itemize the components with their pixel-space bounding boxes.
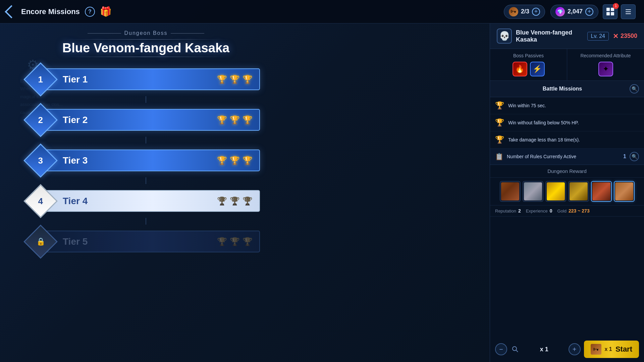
boss-icon: 💀	[497, 28, 512, 44]
tier-1-num: 1	[38, 74, 43, 84]
reward-item-1[interactable]	[500, 181, 521, 202]
trophy-2a: 🏆	[217, 115, 227, 125]
tier-4-num: 4	[38, 196, 43, 206]
qty-value: x 1	[540, 346, 548, 353]
reward-glove-5	[592, 182, 610, 200]
reward-item-6[interactable]	[614, 181, 635, 202]
tier-list: 1 Tier 1 🏆 🏆 🏆 2 Tier 2 🏆 🏆	[7, 68, 285, 252]
mission-row-1: 🏆 Win within 75 sec.	[490, 97, 644, 114]
reward-glove-3	[547, 182, 565, 200]
svg-line-4	[516, 350, 518, 352]
mission-text-3: Take damage less than 18 time(s).	[508, 137, 639, 142]
boss-passives-label: Boss Passives	[495, 53, 562, 58]
rules-count: 1	[623, 154, 626, 160]
experience-value: 0	[550, 208, 552, 214]
grid-button[interactable]: 1	[603, 4, 618, 19]
rules-doc-icon: 📋	[495, 153, 503, 161]
tier-2-body: Tier 2 🏆 🏆 🏆	[45, 109, 260, 131]
battle-missions-header: Battle Missions 🔍	[490, 81, 644, 97]
reputation-label: Reputation	[495, 208, 516, 214]
trophy-3a: 🏆	[217, 156, 227, 165]
reward-item-3[interactable]	[545, 181, 566, 202]
tier-item-3[interactable]: 3 Tier 3 🏆 🏆 🏆	[32, 149, 260, 171]
tier-1-name: Tier 1	[63, 74, 217, 85]
tier-sep-4	[146, 218, 146, 225]
mission-text-1: Win within 75 sec.	[508, 103, 639, 108]
recommended-icons: ✦	[572, 62, 639, 76]
tier-4-name: Tier 4	[63, 196, 217, 206]
grid-badge: 1	[613, 3, 619, 9]
tier-3-body: Tier 3 🏆 🏆 🏆	[45, 149, 260, 171]
tier-5-trophies: 🏆 🏆 🏆	[217, 237, 253, 246]
tier-1-diamond: 1	[23, 62, 58, 97]
nav-title: Encore Missions	[21, 7, 80, 16]
trophy-5a: 🏆	[217, 237, 227, 246]
key-resource: 🗝 2/3 +	[504, 5, 545, 19]
start-button[interactable]: 🗝 x 1 Start	[584, 341, 639, 358]
boss-power-x-icon: ✕	[613, 32, 619, 40]
key-add-button[interactable]: +	[532, 8, 540, 16]
passive-icon-red: 🔥	[513, 62, 527, 76]
tier-3-name: Tier 3	[63, 155, 217, 166]
trophy-1a: 🏆	[217, 75, 227, 84]
qty-decrease-button[interactable]: −	[495, 343, 507, 355]
rules-search-icon[interactable]: 🔍	[630, 152, 639, 161]
tier-2-diamond: 2	[23, 103, 58, 137]
reputation-value: 2	[518, 208, 521, 214]
tier-item-4[interactable]: 4 Tier 4 🏆 🏆 🏆	[32, 190, 260, 212]
main-content: Dungeon Boss Blue Venom-fanged Kasaka 1 …	[0, 23, 292, 362]
mission-row-2: 🏆 Win without falling below 50% HP.	[490, 114, 644, 131]
key-value: 2/3	[521, 8, 529, 15]
help-button[interactable]: ?	[85, 7, 95, 17]
missions-search-icon[interactable]: 🔍	[630, 84, 639, 94]
reward-glove-2	[524, 182, 542, 200]
dungeon-reward-header: Dungeon Reward	[490, 165, 644, 178]
tier-3-trophies: 🏆 🏆 🏆	[217, 156, 253, 165]
key-icon: 🗝	[509, 7, 518, 16]
rules-row: 📋 Number of Rules Currently Active 1 🔍	[490, 148, 644, 165]
tier-2-trophies: 🏆 🏆 🏆	[217, 115, 253, 125]
reward-item-5[interactable]	[591, 181, 612, 202]
tier-4-body: Tier 4 🏆 🏆 🏆	[45, 190, 260, 212]
start-key-icon: 🗝	[591, 344, 601, 355]
tier-sep-2	[146, 137, 146, 143]
qty-search-icon[interactable]	[511, 345, 520, 354]
grid-icon	[606, 8, 614, 15]
boss-name: Blue Venom-fanged Kasaka	[516, 29, 583, 43]
settings-button[interactable]	[621, 4, 636, 19]
back-arrow-icon	[5, 5, 18, 18]
reward-item-4[interactable]	[568, 181, 589, 202]
trophy-5b: 🏆	[230, 237, 240, 246]
gift-button[interactable]: 🎁	[100, 6, 112, 17]
mission-trophy-3: 🏆	[495, 135, 504, 144]
boss-power: ✕ 23500	[613, 32, 637, 40]
bottom-controls: − x 1 + 🗝 x 1 Start	[490, 337, 644, 362]
boss-level: Lv. 24	[587, 32, 609, 41]
reputation-stat: Reputation 2	[495, 208, 521, 214]
tier-2-num: 2	[38, 115, 43, 125]
recommended-attr-section: Recommended Attribute ✦	[567, 49, 644, 80]
mission-trophy-1: 🏆	[495, 101, 504, 110]
recommended-attr-label: Recommended Attribute	[572, 53, 639, 58]
tier-4-trophies: 🏆 🏆 🏆	[217, 196, 253, 206]
reward-glove-4	[570, 182, 588, 200]
svg-rect-2	[626, 13, 631, 14]
gold-stat: Gold 223 ~ 273	[557, 208, 590, 214]
mission-row-3: 🏆 Take damage less than 18 time(s).	[490, 131, 644, 148]
trophy-3b: 🏆	[230, 156, 240, 165]
svg-rect-0	[626, 9, 631, 10]
gold-label: Gold	[557, 208, 567, 214]
gem-add-button[interactable]: +	[585, 8, 593, 16]
tier-item-2[interactable]: 2 Tier 2 🏆 🏆 🏆	[32, 109, 260, 131]
dungeon-reward-label: Dungeon Reward	[547, 168, 587, 174]
reward-item-2[interactable]	[523, 181, 543, 202]
qty-increase-button[interactable]: +	[569, 343, 581, 355]
help-label: ?	[88, 9, 92, 15]
gold-value: 223 ~ 273	[569, 208, 590, 214]
trophy-2c: 🏆	[243, 115, 253, 125]
trophy-5c: 🏆	[243, 237, 253, 246]
back-button[interactable]: Encore Missions	[7, 7, 80, 16]
tier-item-5[interactable]: 🔒 Tier 5 🏆 🏆 🏆	[32, 231, 260, 252]
boss-header: 💀 Blue Venom-fanged Kasaka Lv. 24 ✕ 2350…	[490, 23, 644, 49]
tier-item-1[interactable]: 1 Tier 1 🏆 🏆 🏆	[32, 68, 260, 90]
